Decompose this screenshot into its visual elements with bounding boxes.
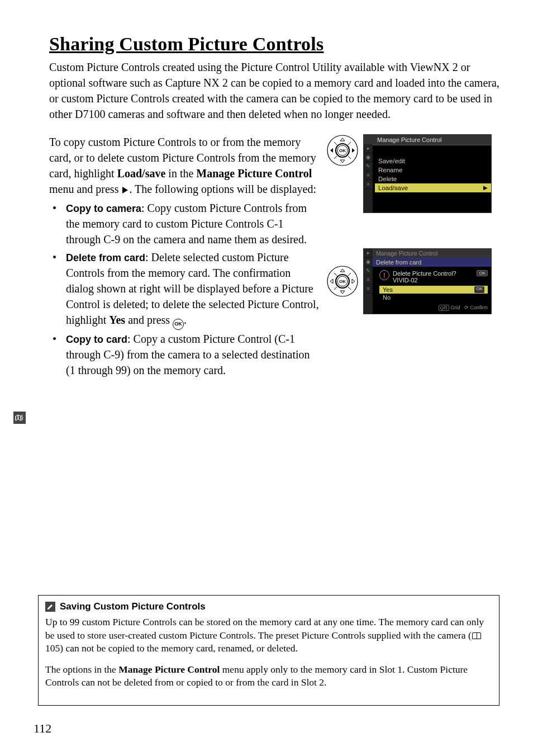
svg-marker-6	[330, 148, 333, 153]
bullet-delete-from-card: Delete from card: Delete selected custom…	[49, 249, 320, 330]
ok-circle-icon: OK	[173, 319, 184, 330]
side-icon-1: ▸	[364, 144, 373, 153]
right-triangle-icon	[122, 187, 128, 193]
note-p2-bold: Manage Picture Control	[118, 664, 220, 675]
menu-screenshot-1: Manage Picture Control ▸ ◉ ✎ ≡ ≡ Save/ed…	[363, 134, 492, 213]
confirm-footer: Q⊡ Grid ⟳ Confirm	[364, 301, 491, 314]
page-title: Sharing Custom Picture Controls	[49, 34, 499, 55]
exclamation-icon: !	[379, 270, 389, 280]
dpad-icon-2: OK	[326, 265, 359, 297]
confirm-arrow-icon: ⟳	[464, 305, 469, 310]
bullet-copy-to-camera: Copy to camera: Copy custom Picture Cont…	[49, 200, 320, 247]
m2-side-1: ▸	[364, 249, 373, 258]
svg-line-22	[334, 287, 337, 290]
menu1-item-2: Delete	[375, 174, 491, 183]
menu1-item-0: Save/edit	[375, 157, 491, 166]
svg-marker-16	[340, 269, 345, 272]
instruction-paragraph: To copy custom Picture Controls to or fr…	[49, 134, 320, 197]
svg-marker-5	[340, 160, 345, 163]
svg-text:OK: OK	[339, 148, 346, 153]
section-marker-icon	[13, 412, 26, 424]
qual-badge-icon: Q⊡	[439, 305, 449, 311]
svg-marker-4	[340, 138, 345, 141]
footer-grid: Grid	[450, 305, 460, 310]
side-icon-2: ◉	[364, 153, 373, 162]
intro-paragraph: Custom Picture Controls created using th…	[49, 59, 499, 122]
confirm-question: Delete Picture Control?	[393, 270, 456, 277]
footer-confirm: Confirm	[470, 305, 488, 310]
confirm-yes: Yes OK	[379, 286, 488, 294]
svg-line-20	[334, 273, 337, 276]
menu2-title: Manage Picture Control	[364, 249, 491, 258]
pencil-note-icon	[45, 602, 55, 612]
note-p1: Up to 99 custom Picture Controls can be …	[45, 616, 492, 655]
chevron-right-icon: ▶	[483, 185, 488, 191]
ok-tag-icon-2: OK	[474, 286, 484, 293]
b3-lead: Copy to card	[66, 334, 127, 345]
bullet-copy-to-card: Copy to card: Copy a custom Picture Cont…	[49, 331, 320, 378]
svg-line-10	[334, 156, 337, 159]
note-title: Saving Custom Picture Controls	[60, 601, 206, 612]
svg-line-21	[348, 273, 351, 276]
b2-rest-post: and press	[125, 314, 173, 326]
note-p1-pre: Up to 99 custom Picture Controls can be …	[45, 616, 484, 641]
svg-marker-19	[352, 279, 355, 284]
para2-mid: in the	[165, 167, 196, 179]
side-icon-4: ≡	[364, 171, 373, 180]
ok-tag-icon: OK	[477, 270, 488, 276]
svg-marker-17	[340, 291, 345, 294]
svg-text:OK: OK	[339, 279, 346, 284]
m2-side-2: ◉	[364, 258, 373, 267]
dpad-icon: OK	[326, 134, 359, 167]
b2-lead: Delete from card	[66, 252, 145, 263]
menu-side-icons: ▸ ◉ ✎ ≡ ≡	[364, 144, 373, 212]
confirm-no: No	[379, 294, 488, 301]
load-save-label: Load/save	[117, 167, 166, 179]
svg-marker-18	[330, 279, 333, 284]
b2-yes: Yes	[109, 314, 125, 326]
svg-line-23	[348, 287, 351, 290]
menu1-item-3-label: Load/save	[378, 185, 408, 191]
para2-post: menu and press	[49, 183, 121, 195]
note-p2: The options in the Manage Picture Contro…	[45, 663, 492, 689]
para2-end: . The following options will be displaye…	[129, 183, 316, 195]
note-p2-pre: The options in the	[45, 664, 118, 675]
b1-lead: Copy to camera	[66, 203, 141, 214]
m2-side-5: ≡	[364, 285, 373, 294]
side-icon-5: ≡	[364, 180, 373, 189]
menu1-item-3: Load/save ▶	[375, 183, 491, 192]
svg-line-11	[348, 156, 351, 159]
menu1-title: Manage Picture Control	[364, 135, 491, 145]
manage-pc-label: Manage Picture Control	[196, 167, 312, 179]
book-icon	[472, 632, 481, 639]
note-p1-ref: 105) can not be copied to the memory car…	[45, 642, 298, 654]
confirm-yes-label: Yes	[383, 286, 393, 293]
svg-line-8	[334, 142, 337, 145]
menu-screenshot-2: Manage Picture Control Delete from card …	[363, 248, 492, 314]
confirm-name: VIVID-02	[393, 277, 456, 284]
side-icon-3: ✎	[364, 162, 373, 171]
menu2-subtitle: Delete from card	[364, 258, 491, 267]
page-number: 112	[34, 721, 51, 736]
svg-line-9	[348, 142, 351, 145]
svg-marker-7	[352, 148, 355, 153]
menu1-item-1: Rename	[375, 166, 491, 174]
note-box: Saving Custom Picture Controls Up to 99 …	[38, 595, 499, 706]
